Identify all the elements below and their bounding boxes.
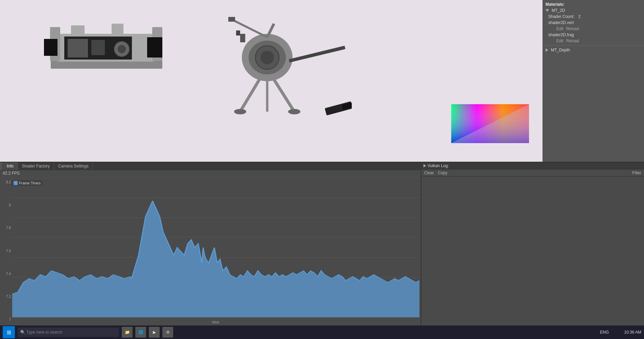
svg-rect-29 bbox=[236, 30, 240, 36]
frag-edit-button[interactable]: Edit bbox=[556, 39, 564, 43]
chart-canvas bbox=[12, 178, 419, 317]
log-filter-label: Filter bbox=[632, 171, 641, 175]
mt-depth-row[interactable]: MT_Depth bbox=[543, 47, 644, 53]
taskbar-locale: ENG bbox=[600, 330, 609, 335]
shader-count-value: 2 bbox=[578, 14, 581, 19]
log-content bbox=[421, 177, 644, 325]
mt2d-collapse-icon[interactable] bbox=[546, 9, 549, 12]
svg-point-24 bbox=[234, 109, 246, 114]
tab-camera-settings[interactable]: Camera Settings bbox=[54, 162, 93, 170]
chart-svg bbox=[12, 178, 419, 317]
shader-count-row: Shader Count: 2 bbox=[543, 14, 644, 20]
materials-header: Materials: bbox=[543, 1, 644, 7]
taskbar-app-icon-2[interactable]: 🌐 bbox=[135, 327, 146, 338]
svg-rect-12 bbox=[44, 39, 58, 56]
taskbar-search[interactable]: 🔍 Type here to search bbox=[18, 327, 119, 337]
log-copy-button[interactable]: Copy bbox=[438, 171, 447, 175]
log-header: Vulkan Log: bbox=[421, 162, 644, 170]
y-label-1: 8 bbox=[1, 203, 12, 207]
vert-reload-button[interactable]: Reload bbox=[566, 26, 579, 31]
vert-edit-reload-row: Edit Reload bbox=[543, 26, 644, 32]
bottom-tabs: Info Shader Factory Camera Settings bbox=[0, 162, 421, 170]
shader-count-label: Shader Count: bbox=[548, 14, 574, 19]
svg-rect-28 bbox=[240, 34, 245, 42]
svg-line-21 bbox=[240, 78, 260, 112]
svg-line-20 bbox=[289, 47, 345, 61]
svg-rect-9 bbox=[71, 25, 85, 35]
svg-rect-3 bbox=[68, 39, 88, 58]
x-label-text: time bbox=[212, 320, 220, 324]
app-container: Materials: MT_2D Shader Count: 2 shader2… bbox=[0, 0, 644, 339]
divider bbox=[543, 45, 644, 46]
machine-object bbox=[44, 7, 169, 78]
taskbar: ⊞ 🔍 Type here to search 📁 🌐 ▶ ⚙ ENG 10:3… bbox=[0, 325, 644, 339]
svg-point-25 bbox=[288, 109, 300, 114]
svg-rect-10 bbox=[112, 24, 123, 35]
legend-label: Frame Times bbox=[19, 181, 41, 185]
start-button[interactable]: ⊞ bbox=[3, 326, 15, 338]
fps-value: 42.2 FPS bbox=[3, 171, 20, 176]
taskbar-app-icon-3[interactable]: ▶ bbox=[149, 327, 160, 338]
legend-color-swatch bbox=[14, 181, 18, 185]
chart-legend: Frame Times bbox=[12, 180, 43, 186]
y-label-6: 7 bbox=[1, 318, 12, 321]
materials-label: Materials: bbox=[546, 2, 565, 7]
y-label-2: 7.8 bbox=[1, 226, 12, 230]
mt2d-name: MT_2D bbox=[552, 8, 565, 13]
bottom-right-panel: Vulkan Log: Clear Copy Filter bbox=[421, 162, 644, 325]
bottom-area: Info Shader Factory Camera Settings 42.2… bbox=[0, 162, 644, 325]
vert-file-label: shader2D.vert bbox=[548, 20, 574, 25]
log-title: Vulkan Log: bbox=[428, 163, 449, 168]
mt2d-row[interactable]: MT_2D bbox=[543, 7, 644, 14]
svg-rect-4 bbox=[91, 40, 105, 55]
color-gradient-rect bbox=[451, 104, 529, 143]
frag-edit-reload-row: Edit Reload bbox=[543, 38, 644, 44]
frag-file-label: shader2D.frag bbox=[548, 32, 574, 37]
svg-point-16 bbox=[260, 51, 274, 64]
chart-inner: Frame Times 8.2 8 7.8 7.6 7.4 7.2 7 bbox=[1, 178, 419, 324]
svg-rect-11 bbox=[147, 37, 162, 58]
svg-line-22 bbox=[274, 80, 294, 112]
spacecraft-object bbox=[200, 17, 352, 125]
y-label-0: 8.2 bbox=[1, 180, 12, 184]
vert-file-row: shader2D.vert bbox=[543, 20, 644, 26]
svg-point-6 bbox=[118, 45, 126, 53]
bottom-left-panel: Info Shader Factory Camera Settings 42.2… bbox=[0, 162, 421, 325]
frag-reload-button[interactable]: Reload bbox=[566, 39, 579, 43]
log-title-row: Vulkan Log: bbox=[423, 163, 642, 168]
svg-marker-41 bbox=[12, 201, 419, 317]
vert-edit-button[interactable]: Edit bbox=[556, 26, 564, 31]
x-axis-label: time bbox=[12, 320, 419, 324]
y-label-5: 7.2 bbox=[1, 295, 12, 298]
y-label-4: 7.4 bbox=[1, 272, 12, 276]
log-clear-button[interactable]: Clear bbox=[424, 171, 434, 175]
right-panel: Materials: MT_2D Shader Count: 2 shader2… bbox=[543, 0, 644, 162]
tab-shader-factory[interactable]: Shader Factory bbox=[18, 162, 54, 170]
taskbar-time: 10:36 AM bbox=[614, 330, 641, 335]
y-label-3: 7.6 bbox=[1, 249, 12, 253]
fps-display: 42.2 FPS bbox=[0, 170, 421, 176]
taskbar-app-icon-4[interactable]: ⚙ bbox=[162, 327, 173, 338]
top-area: Materials: MT_2D Shader Count: 2 shader2… bbox=[0, 0, 644, 162]
frag-file-row: shader2D.frag bbox=[543, 32, 644, 38]
panel-resize-handle[interactable] bbox=[0, 162, 3, 170]
tab-info[interactable]: Info bbox=[3, 162, 18, 170]
mt-depth-expand-icon[interactable] bbox=[546, 48, 548, 52]
chart-area: Frame Times 8.2 8 7.8 7.6 7.4 7.2 7 bbox=[0, 176, 421, 325]
log-collapse-icon[interactable] bbox=[423, 164, 426, 167]
viewport[interactable] bbox=[0, 0, 543, 162]
taskbar-app-icon-1[interactable]: 📁 bbox=[122, 327, 133, 338]
svg-rect-19 bbox=[228, 17, 235, 22]
mt-depth-name: MT_Depth bbox=[551, 48, 570, 52]
log-actions: Clear Copy Filter bbox=[421, 170, 644, 177]
y-axis: 8.2 8 7.8 7.6 7.4 7.2 7 bbox=[1, 178, 12, 324]
